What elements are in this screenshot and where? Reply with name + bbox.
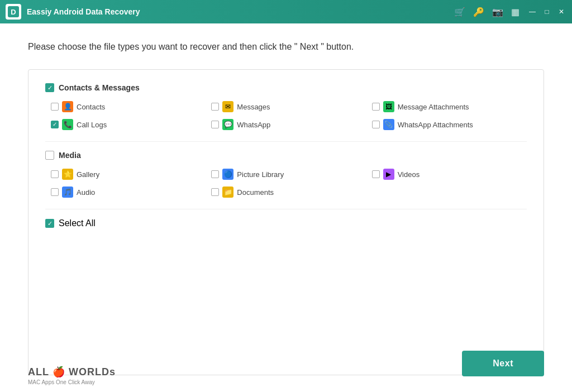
app-logo: D xyxy=(6,4,21,20)
audio-icon: 🎵 xyxy=(62,187,73,198)
gallery-icon: ⭐ xyxy=(62,169,73,180)
gallery-label: Gallery xyxy=(77,170,99,179)
minimize-button[interactable]: — xyxy=(527,7,537,17)
messages-icon: ✉ xyxy=(222,101,233,112)
message-attachments-label: Message Attachments xyxy=(398,103,469,111)
picture-library-label: Picture Library xyxy=(237,170,284,179)
audio-label: Audio xyxy=(77,188,95,197)
call-logs-checkbox[interactable] xyxy=(51,121,59,128)
call-logs-label: Call Logs xyxy=(77,121,107,129)
section-media-header: Media xyxy=(45,151,527,160)
section-divider-2 xyxy=(45,209,527,209)
whatsapp-icon: 💬 xyxy=(222,119,233,130)
maximize-button[interactable]: □ xyxy=(542,7,552,17)
selection-panel: Contacts & Messages 👤 Contacts ✉ Message… xyxy=(28,69,544,375)
watermark-brand: ALL 🍎 WORLDs xyxy=(28,366,116,378)
watermark-world: WORLDs xyxy=(69,366,116,378)
main-content: Please choose the file types you want to… xyxy=(0,23,572,392)
item-picture-library: 🔵 Picture Library xyxy=(211,169,366,180)
menu-icon[interactable]: ▦ xyxy=(511,7,519,17)
section-contacts-messages-header: Contacts & Messages xyxy=(45,83,527,92)
contacts-messages-label: Contacts & Messages xyxy=(59,83,140,92)
gallery-checkbox[interactable] xyxy=(51,170,59,178)
whatsapp-label: WhatsApp xyxy=(237,121,270,129)
item-gallery: ⭐ Gallery xyxy=(51,169,206,180)
watermark: ALL 🍎 WORLDs MAC Apps One Click Away xyxy=(28,366,116,385)
message-attachments-icon: 🖼 xyxy=(383,101,394,112)
documents-icon: 📁 xyxy=(222,187,233,198)
section-divider xyxy=(45,141,527,142)
call-logs-icon: 📞 xyxy=(62,119,73,130)
documents-label: Documents xyxy=(237,188,274,197)
contacts-messages-grid: 👤 Contacts ✉ Messages 🖼 Message Attachme… xyxy=(51,101,527,130)
item-audio: 🎵 Audio xyxy=(51,187,206,198)
app-title: Eassiy Android Data Recovery xyxy=(27,7,454,16)
instruction-text: Please choose the file types you want to… xyxy=(28,40,544,54)
contacts-label: Contacts xyxy=(77,103,105,111)
picture-library-checkbox[interactable] xyxy=(211,170,219,178)
select-all-label: Select All xyxy=(59,218,96,228)
camera-icon[interactable]: 📷 xyxy=(492,7,503,17)
item-message-attachments: 🖼 Message Attachments xyxy=(372,101,527,112)
item-messages: ✉ Messages xyxy=(211,101,366,112)
message-attachments-checkbox[interactable] xyxy=(372,103,380,111)
documents-checkbox[interactable] xyxy=(211,188,219,196)
select-all-row: Select All xyxy=(45,218,527,228)
apple-icon: 🍎 xyxy=(53,366,65,378)
contacts-checkbox[interactable] xyxy=(51,103,59,111)
watermark-tagline: MAC Apps One Click Away xyxy=(28,379,116,385)
next-button[interactable]: Next xyxy=(462,351,544,376)
svg-text:D: D xyxy=(11,8,16,16)
item-documents: 📁 Documents xyxy=(211,187,366,198)
item-videos: ▶ Videos xyxy=(372,169,527,180)
media-label: Media xyxy=(59,151,81,160)
key-icon[interactable]: 🔑 xyxy=(473,7,484,17)
select-all-checkbox[interactable] xyxy=(45,219,54,228)
window-controls: — □ ✕ xyxy=(527,7,566,17)
item-whatsapp: 💬 WhatsApp xyxy=(211,119,366,130)
audio-checkbox[interactable] xyxy=(51,188,59,196)
picture-library-icon: 🔵 xyxy=(222,169,233,180)
whatsapp-attachments-icon: 📎 xyxy=(383,119,394,130)
titlebar: D Eassiy Android Data Recovery 🛒 🔑 📷 ▦ —… xyxy=(0,0,572,23)
whatsapp-attachments-label: WhatsApp Attachments xyxy=(398,121,473,129)
titlebar-action-icons: 🛒 🔑 📷 ▦ xyxy=(454,7,519,17)
contacts-icon: 👤 xyxy=(62,101,73,112)
item-contacts: 👤 Contacts xyxy=(51,101,206,112)
messages-checkbox[interactable] xyxy=(211,103,219,111)
videos-label: Videos xyxy=(398,170,420,179)
whatsapp-attachments-checkbox[interactable] xyxy=(372,121,380,128)
contacts-messages-checkbox[interactable] xyxy=(45,83,54,92)
close-button[interactable]: ✕ xyxy=(556,7,566,17)
media-checkbox[interactable] xyxy=(45,151,54,160)
item-call-logs: 📞 Call Logs xyxy=(51,119,206,130)
cart-icon[interactable]: 🛒 xyxy=(454,7,465,17)
videos-checkbox[interactable] xyxy=(372,170,380,178)
videos-icon: ▶ xyxy=(383,169,394,180)
messages-label: Messages xyxy=(237,103,270,111)
whatsapp-checkbox[interactable] xyxy=(211,121,219,128)
item-whatsapp-attachments: 📎 WhatsApp Attachments xyxy=(372,119,527,130)
watermark-all: ALL xyxy=(28,366,49,378)
media-grid: ⭐ Gallery 🔵 Picture Library ▶ Videos 🎵 A… xyxy=(51,169,527,198)
